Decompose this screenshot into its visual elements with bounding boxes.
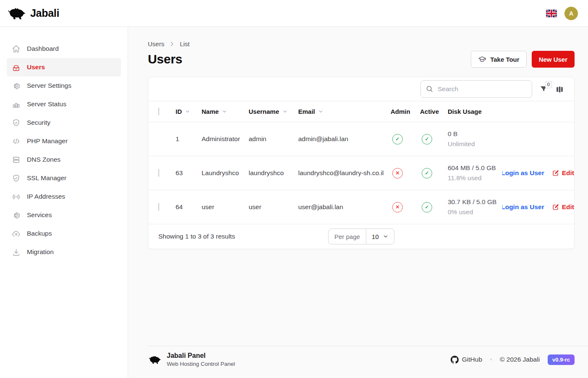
table-row: 63 Laundryshco laundryshco laundryshco@l… — [148, 156, 574, 190]
cell-id: 63 — [176, 169, 202, 177]
cell-username: laundryshco — [249, 169, 298, 177]
edit-pencil-icon — [552, 203, 559, 211]
dot-separator — [490, 359, 492, 360]
cloud-upload-icon — [12, 229, 21, 238]
users-drawer-icon — [12, 63, 21, 72]
home-icon — [12, 45, 21, 53]
footer-brand: Jabali Panel — [167, 352, 235, 360]
sort-chevron-icon — [185, 109, 190, 114]
sort-chevron-icon — [282, 109, 288, 114]
sort-chevron-icon — [222, 109, 227, 114]
breadcrumb: Users List — [148, 40, 575, 47]
cell-email: user@jabali.lan — [298, 203, 391, 211]
column-header-username[interactable]: Username — [249, 108, 298, 115]
sidebar-item-ip-addresses[interactable]: IP Addresses — [7, 187, 121, 206]
footer-tagline: Web Hosting Control Panel — [167, 361, 235, 367]
login-as-user-link[interactable]: Login as User — [502, 203, 544, 211]
shield-check-icon — [12, 174, 21, 183]
cell-username: admin — [249, 135, 298, 143]
disk-usage-percent: Unlimited — [448, 140, 502, 148]
sidebar-item-migration[interactable]: Migration — [7, 243, 121, 261]
disk-usage-value: 30.7 KB / 5.0 GB — [448, 198, 502, 206]
table-header-row: IDNameUsernameEmailAdminActiveDisk Usage — [148, 101, 574, 122]
cell-name: Laundryshco — [202, 169, 249, 177]
admin-status-icon: ✕ — [392, 202, 403, 213]
cell-username: user — [249, 203, 298, 211]
cell-email: laundryshco@laundry-sh.co.il — [298, 169, 391, 177]
cell-id: 1 — [176, 135, 202, 143]
sidebar-item-server-status[interactable]: Server Status — [7, 95, 121, 113]
graduation-cap-icon — [478, 55, 486, 63]
sidebar-item-php-manager[interactable]: PHP Manager — [7, 132, 121, 150]
gear-icon — [12, 81, 21, 90]
sidebar-item-backups[interactable]: Backups — [7, 224, 121, 243]
table-row: 1 Administrator admin admin@jabali.lan ✓… — [148, 122, 574, 156]
column-header-email[interactable]: Email — [298, 108, 391, 115]
cell-name: Administrator — [202, 135, 249, 143]
boar-logo-icon — [148, 354, 161, 365]
breadcrumb-users[interactable]: Users — [148, 40, 164, 47]
sidebar-item-ssl-manager[interactable]: SSL Manager — [7, 169, 121, 187]
github-link[interactable]: GitHub — [451, 356, 482, 364]
brand[interactable]: Jabali — [7, 6, 59, 21]
per-page-control: Per page 10 — [328, 228, 394, 244]
new-user-button[interactable]: New User — [532, 51, 575, 68]
bar-chart-icon — [12, 100, 21, 109]
row-checkbox[interactable] — [158, 203, 159, 211]
select-all-checkbox[interactable] — [158, 108, 159, 116]
per-page-select[interactable]: 10 — [366, 229, 394, 244]
download-tray-icon — [12, 248, 21, 257]
sort-chevron-icon — [318, 109, 323, 114]
sidebar-item-services[interactable]: Services — [7, 206, 121, 224]
login-as-user-link[interactable]: Login as User — [502, 169, 544, 177]
results-summary: Showing 1 to 3 of 3 results — [158, 233, 235, 240]
per-page-label: Per page — [328, 229, 366, 244]
cell-id: 64 — [176, 203, 202, 211]
admin-status-icon: ✕ — [392, 168, 403, 178]
user-avatar[interactable]: A — [564, 7, 578, 20]
filter-count-badge: 0 — [545, 81, 552, 89]
users-table-card: 0 IDNameUsernameEmailAdminActiveDisk Usa… — [148, 77, 575, 249]
edit-link[interactable]: Edit — [552, 203, 574, 211]
columns-button[interactable] — [555, 85, 564, 94]
sidebar-item-dns-zones[interactable]: DNS Zones — [7, 150, 121, 169]
active-status-icon: ✓ — [422, 168, 432, 178]
edit-pencil-icon — [552, 169, 559, 177]
column-header-name[interactable]: Name — [202, 108, 249, 115]
page-title: Users — [148, 52, 182, 66]
boar-logo-icon — [7, 6, 26, 21]
row-checkbox[interactable] — [158, 169, 159, 177]
main-content: Users List Users Take Tour — [128, 27, 588, 378]
sidebar-item-security[interactable]: Security — [7, 113, 121, 132]
column-header-active: Active — [420, 108, 448, 115]
column-header-id[interactable]: ID — [176, 108, 202, 115]
sidebar-item-users[interactable]: Users — [7, 58, 121, 76]
table-row: 64 user user user@jabali.lan ✕ ✓ 30.7 KB… — [148, 190, 574, 224]
sidebar: Dashboard Users Server Settings Server S… — [0, 27, 128, 378]
top-bar: Jabali A — [0, 0, 588, 27]
take-tour-button[interactable]: Take Tour — [471, 51, 526, 68]
table-toolbar: 0 — [148, 77, 574, 101]
disk-usage-percent: 0% used — [448, 208, 502, 216]
brand-name: Jabali — [30, 7, 59, 19]
search-input[interactable] — [420, 80, 532, 98]
server-stack-icon — [12, 155, 21, 164]
filter-button[interactable]: 0 — [539, 85, 548, 94]
disk-usage-percent: 11.8% used — [448, 174, 502, 182]
sidebar-item-server-settings[interactable]: Server Settings — [7, 76, 121, 95]
version-badge: v0.9-rc — [548, 354, 575, 365]
admin-status-icon: ✓ — [392, 134, 403, 144]
disk-usage-value: 604 MB / 5.0 GB — [448, 164, 502, 172]
active-status-icon: ✓ — [422, 202, 432, 213]
disk-usage-value: 0 B — [448, 130, 502, 138]
active-status-icon: ✓ — [422, 134, 432, 144]
github-icon — [451, 356, 459, 364]
gear-icon — [12, 211, 21, 220]
breadcrumb-list: List — [180, 40, 189, 47]
shield-check-icon — [12, 118, 21, 127]
column-header-disk-usage: Disk Usage — [448, 108, 502, 115]
edit-link[interactable]: Edit — [552, 169, 574, 177]
language-flag-icon[interactable] — [546, 10, 557, 17]
sidebar-item-dashboard[interactable]: Dashboard — [7, 39, 121, 58]
cell-name: user — [202, 203, 249, 211]
